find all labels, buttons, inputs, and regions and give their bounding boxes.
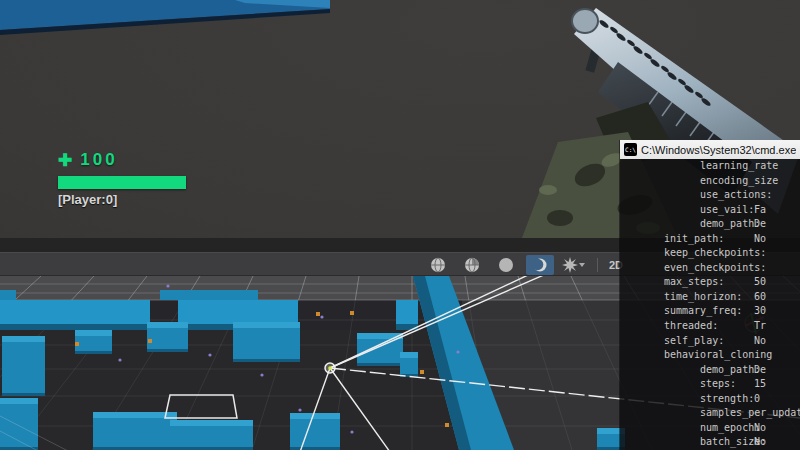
cmd-titlebar[interactable]: C:\ C:\Windows\System32\cmd.exe bbox=[620, 140, 800, 159]
shaded-sphere-icon bbox=[430, 257, 446, 273]
item-orange bbox=[148, 339, 152, 343]
terminal-line: time_horizon:60 bbox=[620, 290, 800, 305]
terminal-line: use_actions: bbox=[620, 188, 800, 203]
sphere-quadrant-icon bbox=[464, 257, 480, 273]
item-purple bbox=[320, 315, 323, 318]
terminal-line: even_checkpoints: bbox=[620, 261, 800, 276]
terminal-output[interactable]: learning_rateencoding_sizeuse_actions:us… bbox=[620, 159, 800, 450]
terminal-line: demo_path:De bbox=[620, 217, 800, 232]
blue-ceiling-band bbox=[0, 0, 340, 40]
terminal-line: use_vail:Fa bbox=[620, 203, 800, 218]
wall-block-top bbox=[0, 398, 38, 404]
wall-extension bbox=[160, 290, 258, 300]
wall-block-top bbox=[290, 413, 340, 419]
dropdown-arrow-icon bbox=[578, 257, 586, 273]
health-bar bbox=[58, 176, 186, 189]
item-orange bbox=[420, 370, 424, 374]
shaded-sphere-button[interactable] bbox=[424, 255, 452, 275]
wall-block-side bbox=[233, 359, 300, 362]
wall-block-top bbox=[400, 352, 418, 358]
item-orange bbox=[316, 312, 320, 316]
wall-band-top bbox=[396, 300, 418, 324]
wall-band-side bbox=[0, 324, 150, 330]
wall-extension bbox=[0, 290, 16, 300]
effects-button[interactable] bbox=[560, 255, 588, 275]
item-purple bbox=[166, 284, 169, 287]
wall-block-top bbox=[357, 333, 403, 339]
effects-icon bbox=[562, 257, 578, 273]
cmd-icon: C:\ bbox=[624, 143, 637, 156]
wall-block bbox=[2, 336, 45, 396]
wall-band-top bbox=[0, 300, 150, 324]
wall-band-top bbox=[178, 300, 298, 324]
wall-block-side bbox=[75, 351, 112, 354]
wall-block-top bbox=[75, 330, 112, 336]
wall-block-top bbox=[170, 420, 253, 426]
wall-block-top bbox=[147, 322, 188, 328]
terminal-line: samples_per_update bbox=[620, 406, 800, 421]
item-purple bbox=[208, 353, 211, 356]
item-orange bbox=[75, 342, 79, 346]
terminal-line: init_path:No bbox=[620, 232, 800, 247]
player-label: [Player:0] bbox=[58, 192, 186, 207]
wall-block-top bbox=[2, 336, 45, 342]
item-orange bbox=[350, 311, 354, 315]
item-purple bbox=[260, 373, 263, 376]
wall-band-side bbox=[396, 324, 418, 330]
moon-toggle-icon bbox=[532, 257, 548, 273]
wall-block-side bbox=[357, 363, 403, 366]
terminal-line: learning_rate bbox=[620, 159, 800, 174]
cmd-window: C:\ C:\Windows\System32\cmd.exe learning… bbox=[619, 140, 800, 450]
terminal-line: behavioral_cloning bbox=[620, 348, 800, 363]
terminal-line: self_play:No bbox=[620, 334, 800, 349]
terminal-line: demo_path:De bbox=[620, 363, 800, 378]
wall-block-side bbox=[147, 349, 188, 352]
wall-block-side bbox=[2, 393, 45, 396]
item-purple bbox=[350, 430, 353, 433]
player-hud: ✚ 100 [Player:0] bbox=[58, 150, 186, 207]
terminal-line: num_epoch:No bbox=[620, 421, 800, 436]
terminal-line: batch_size:No bbox=[620, 435, 800, 450]
wall-block bbox=[0, 398, 38, 450]
terminal-line: summary_freq:30 bbox=[620, 304, 800, 319]
cmd-title: C:\Windows\System32\cmd.exe bbox=[641, 144, 796, 156]
terminal-line: threaded:Tr bbox=[620, 319, 800, 334]
terminal-line: keep_checkpoints: bbox=[620, 246, 800, 261]
item-purple bbox=[118, 358, 121, 361]
toolbar-separator bbox=[597, 258, 598, 272]
terminal-line: max_steps:50 bbox=[620, 275, 800, 290]
terminal-line: steps:15 bbox=[620, 377, 800, 392]
solid-circle-button[interactable] bbox=[492, 255, 520, 275]
wall-block-top bbox=[93, 412, 177, 418]
item-purple bbox=[456, 350, 459, 353]
health-value: 100 bbox=[80, 150, 117, 170]
solid-circle-icon bbox=[498, 257, 514, 273]
sphere-quadrant-button[interactable] bbox=[458, 255, 486, 275]
moon-toggle-button[interactable] bbox=[526, 255, 554, 275]
item-purple bbox=[298, 408, 301, 411]
health-plus-icon: ✚ bbox=[58, 152, 72, 169]
terminal-line: encoding_size bbox=[620, 174, 800, 189]
item-orange bbox=[445, 423, 449, 427]
terminal-line: strength:0 bbox=[620, 392, 800, 407]
gizmo-center-dot bbox=[328, 366, 332, 370]
wall-block-top bbox=[233, 322, 300, 328]
